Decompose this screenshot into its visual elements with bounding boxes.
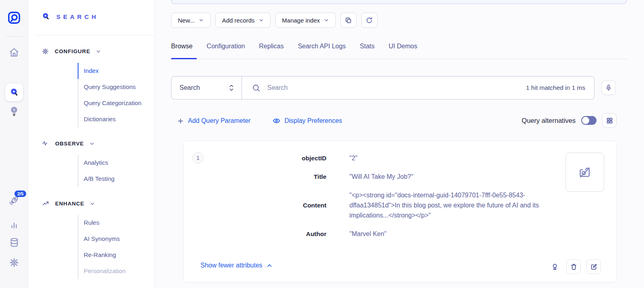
attribute-value: "Marvel Ken": [349, 229, 386, 239]
rail-home[interactable]: [0, 47, 28, 58]
chevron-down-icon: [89, 141, 95, 146]
attribute-row: Content "<p><strong id="docs-internal-gu…: [208, 190, 562, 220]
section-observe[interactable]: OBSERVE: [41, 139, 95, 147]
bar-chart-icon: [9, 220, 19, 230]
search-stats: 1 hit matched in 1 ms: [526, 84, 585, 91]
query-alternatives-toggle[interactable]: [581, 116, 597, 125]
trend-up-icon: [41, 199, 50, 207]
index-toolbar: New... Add records Manage index: [171, 12, 378, 28]
sidebar-item-query-categorization[interactable]: Query Categorization: [78, 95, 142, 111]
algolia-logo[interactable]: [0, 10, 28, 25]
search-icon: [41, 12, 50, 21]
tab-stats[interactable]: Stats: [360, 43, 374, 57]
sidebar-item-personalization[interactable]: Personalization: [78, 263, 126, 279]
rail-settings[interactable]: [0, 257, 28, 268]
eye-icon: [272, 117, 281, 125]
configure-list: Index Query Suggestions Query Categoriza…: [78, 63, 142, 127]
delete-hit-button[interactable]: [566, 259, 581, 274]
active-tab-underline: [171, 58, 197, 59]
display-preferences-link[interactable]: Display Preferences: [272, 117, 342, 125]
award-icon: [551, 263, 559, 271]
refresh-button[interactable]: [361, 12, 378, 28]
sidebar-item-query-suggestions[interactable]: Query Suggestions: [78, 79, 142, 95]
show-fewer-label: Show fewer attributes: [200, 262, 262, 269]
observe-list: Analytics A/B Testing: [78, 155, 115, 187]
tab-ui-demos[interactable]: UI Demos: [389, 43, 417, 57]
sidebar-item-re-ranking[interactable]: Re-Ranking: [78, 247, 126, 263]
show-fewer-attributes-link[interactable]: Show fewer attributes: [200, 262, 272, 269]
search-bar: Search 1 hit matched in 1 ms: [171, 76, 594, 99]
section-configure[interactable]: CONFIGURE: [41, 48, 101, 55]
edit-hit-button[interactable]: [586, 259, 601, 274]
index-selector-edge: [171, 0, 627, 4]
attribute-row: objectID "2": [208, 153, 562, 163]
algolia-logo-icon: [7, 10, 21, 25]
new-button-label: New...: [178, 17, 195, 24]
icon-rail: 2/5: [0, 0, 28, 288]
voice-search-button[interactable]: [601, 81, 616, 95]
image-placeholder: [566, 153, 604, 192]
sidebar-header[interactable]: SEARCH: [41, 12, 99, 21]
hit-card: 1 objectID "2" Title "Will AI Take My Jo…: [183, 141, 617, 282]
usage-badge: 2/5: [14, 191, 26, 197]
add-query-parameter-link[interactable]: Add Query Parameter: [177, 117, 251, 124]
search-mode-select[interactable]: Search: [171, 77, 242, 99]
attribute-name: objectID: [208, 155, 326, 162]
new-button[interactable]: New...: [171, 12, 211, 28]
database-icon: [9, 237, 20, 248]
tab-browse[interactable]: Browse: [171, 43, 192, 57]
search-input[interactable]: [267, 84, 520, 91]
query-options-row: Add Query Parameter Display Preferences: [177, 116, 342, 126]
refresh-icon: [365, 17, 373, 24]
manage-index-button[interactable]: Manage index: [275, 12, 336, 28]
attribute-name: Title: [208, 173, 326, 180]
gear-icon: [41, 48, 49, 55]
home-icon: [8, 47, 20, 58]
layout-grid-button[interactable]: [602, 113, 617, 128]
main-content: New... Add records Manage index Browse C…: [155, 0, 644, 288]
index-tabs: Browse Configuration Replicas Search API…: [171, 43, 417, 57]
attribute-row: Author "Marvel Ken": [208, 229, 562, 239]
search-product-icon: [9, 87, 19, 97]
hit-attributes: objectID "2" Title "Will AI Take My Job?…: [208, 153, 562, 239]
microphone-icon: [605, 84, 612, 92]
activity-icon: [41, 139, 50, 147]
sidebar-item-index[interactable]: Index: [78, 63, 142, 79]
sidebar-divider: [34, 35, 155, 35]
hit-actions: [551, 259, 601, 274]
search-mode-value: Search: [180, 84, 200, 91]
tab-replicas[interactable]: Replicas: [259, 43, 284, 57]
sidebar-item-ab-testing[interactable]: A/B Testing: [78, 171, 115, 187]
copy-index-button[interactable]: [341, 12, 357, 28]
tab-search-api-logs[interactable]: Search API Logs: [298, 43, 346, 57]
chevron-down-icon: [324, 18, 329, 23]
chevron-down-icon: [199, 18, 204, 23]
rail-search-active[interactable]: [5, 83, 23, 101]
chevron-down-icon: [90, 201, 95, 206]
rail-data[interactable]: [0, 237, 28, 248]
section-enhance[interactable]: ENHANCE: [41, 199, 95, 207]
chevron-up-icon: [266, 263, 272, 269]
query-alternatives-group: Query alternatives: [522, 113, 617, 128]
sidebar-item-rules[interactable]: Rules: [78, 215, 126, 231]
promote-hit-button[interactable]: [551, 263, 559, 271]
rail-analytics[interactable]: [0, 220, 28, 230]
add-query-parameter-label: Add Query Parameter: [188, 117, 251, 124]
add-records-button[interactable]: Add records: [215, 12, 270, 28]
sidebar-item-ai-synonyms[interactable]: AI Synonyms: [78, 231, 126, 247]
copy-icon: [345, 17, 352, 24]
gear-icon: [8, 257, 20, 268]
tabs-baseline: [171, 59, 628, 59]
add-records-label: Add records: [222, 17, 255, 24]
enhance-list: Rules AI Synonyms Re-Ranking Personaliza…: [78, 215, 126, 279]
rail-recommend[interactable]: [0, 106, 28, 117]
section-label: OBSERVE: [55, 141, 84, 147]
display-preferences-label: Display Preferences: [285, 117, 342, 124]
manage-index-label: Manage index: [282, 17, 320, 24]
tab-configuration[interactable]: Configuration: [206, 43, 245, 57]
lightbulb-icon: [9, 106, 19, 117]
sidebar-item-analytics[interactable]: Analytics: [78, 155, 115, 171]
sidebar-item-dictionaries[interactable]: Dictionaries: [78, 111, 142, 127]
section-label: CONFIGURE: [55, 48, 90, 54]
attribute-value: "<p><strong id="docs-internal-guid-14079…: [349, 190, 561, 220]
